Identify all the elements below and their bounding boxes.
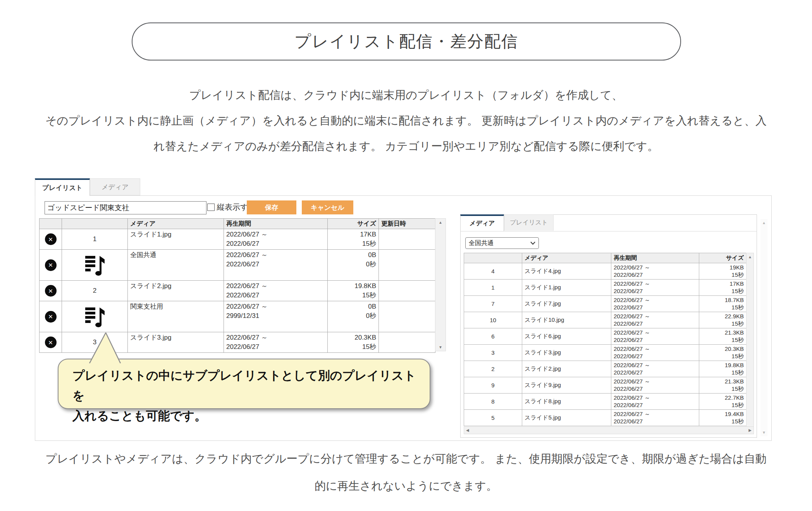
row-order: 3 [464,345,522,361]
media-name: スライド2.jpg [128,281,224,301]
scroll-right-arrow-icon[interactable]: ▶ [748,428,752,432]
table-row[interactable]: ✕ 1 スライド1.jpg 2022/06/27 ～ 2022/06/27 17… [40,229,435,250]
playlist-icon [62,301,128,332]
row-order: 1 [464,280,522,296]
callout-text: プレイリストの中にサブプレイリストとして別のプレイリストを [72,366,418,406]
size-cell: 19KB 15秒 [699,263,747,280]
tab-media[interactable]: メディア [460,214,504,231]
play-period: 2022/06/27 ～ 2022/06/27 [611,280,699,296]
col-media: メディア [522,253,611,263]
media-name: スライド8.jpg [522,394,611,410]
media-table-hscrollbar[interactable]: ◀ ▶ [464,426,754,434]
play-period: 2022/06/27 ～ 2022/06/27 [611,410,699,426]
left-tabbar: プレイリスト メディア [35,178,140,195]
col-size: サイズ [699,253,747,263]
row-order: 6 [464,328,522,345]
table-row[interactable]: ✕ 2 スライド2.jpg 2022/06/27 ～ 2022/06/27 19… [40,281,435,301]
group-select[interactable]: 全国共通 [465,237,539,249]
playlist-name-input[interactable] [45,201,206,214]
tab-playlist[interactable]: プレイリスト [35,178,90,196]
delete-row-button[interactable]: ✕ [45,311,57,323]
circle-x-icon: ✕ [48,237,53,242]
table-row[interactable]: ✕ 関東支社用 2022/06/27 ～ 2999/12/31 [40,301,435,332]
play-period: 2022/06/27 ～ 2022/06/27 [611,361,699,377]
widget-scrollbar[interactable]: ▲ ▼ [760,219,767,436]
updated-cell [379,301,435,332]
scroll-up-arrow-icon[interactable]: ▲ [435,220,446,224]
play-period: 2022/06/27 ～ 2022/06/27 [611,377,699,394]
playlist-table-scrollbar[interactable]: ▲ ▼ [435,218,446,351]
media-name: スライド4.jpg [522,263,611,280]
media-name: スライド7.jpg [522,296,611,312]
media-name: スライド6.jpg [522,328,611,345]
tab-media[interactable]: メディア [90,178,140,195]
table-row[interactable]: 7 スライド7.jpg 2022/06/27 ～ 2022/06/27 18.7… [464,296,747,312]
table-row[interactable]: 2 スライド2.jpg 2022/06/27 ～ 2022/06/27 19.8… [464,361,747,377]
size-cell: 20.3KB 15秒 [328,332,379,353]
tab-playlist[interactable]: プレイリスト [504,214,554,231]
right-tabbar: メディア プレイリスト [460,214,757,231]
delete-row-button[interactable]: ✕ [45,259,57,271]
delete-row-button[interactable]: ✕ [45,233,57,245]
table-row[interactable]: 1 スライド1.jpg 2022/06/27 ～ 2022/06/27 17KB… [464,280,747,296]
size-cell: 19.4KB 15秒 [699,410,747,426]
tab-label: メディア [102,183,129,192]
play-period: 2022/06/27 ～ 2022/06/27 [224,229,328,250]
table-row[interactable]: ✕ 全国共通 2022/06/27 ～ 2022/06/27 [40,250,435,281]
media-name: スライド3.jpg [128,332,224,353]
tab-label: プレイリスト [510,219,548,227]
group-select-value: 全国共通 [469,239,530,247]
media-name: スライド5.jpg [522,410,611,426]
play-period: 2022/06/27 ～ 2022/06/27 [611,312,699,328]
footer-paragraph: プレイリストやメディアは、クラウド内でグループに分けて管理することが可能です。 … [15,445,797,499]
intro-line: れ替えたメディアのみが差分配信されます。 カテゴリー別やエリア別など配信する際に… [15,133,797,159]
table-row[interactable]: 4 スライド4.jpg 2022/06/27 ～ 2022/06/27 19KB… [464,263,747,280]
table-header-row: メディア 再生期間 サイズ 更新日時 [40,219,435,229]
play-period: 2022/06/27 ～ 2022/06/27 [611,345,699,361]
scroll-up-arrow-icon[interactable]: ▲ [747,255,754,259]
table-row[interactable]: 9 スライド9.jpg 2022/06/27 ～ 2022/06/27 21.3… [464,377,747,394]
chevron-down-icon [530,242,535,245]
media-table-scrollbar[interactable]: ▲ ▼ [746,253,754,433]
size-cell: 20.3KB 15秒 [699,345,747,361]
media-name: スライド10.jpg [522,312,611,328]
updated-cell [379,332,435,353]
play-period: 2022/06/27 ～ 2022/06/27 [224,250,328,281]
table-row[interactable]: 6 スライド6.jpg 2022/06/27 ～ 2022/06/27 21.3… [464,328,747,345]
cancel-button[interactable]: キャンセル [302,200,353,214]
page-title: プレイリスト配信・差分配信 [294,31,518,52]
col-period: 再生期間 [224,219,328,229]
row-order: 2 [62,281,128,301]
save-button[interactable]: 保存 [247,200,296,214]
size-cell: 17KB 15秒 [699,280,747,296]
widget-body: 縦表示する 保存 キャンセル メディア 再生期間 サイズ 更新日時 ✕ [35,195,772,441]
callout-tail [82,332,128,363]
callout-bubble: プレイリストの中にサブプレイリストとして別のプレイリストを 入れることも可能です… [58,359,430,409]
table-header-row: メディア 再生期間 サイズ [464,253,747,263]
scroll-down-arrow-icon[interactable]: ▼ [760,430,767,435]
scroll-up-arrow-icon[interactable]: ▲ [760,221,767,225]
play-period: 2022/06/27 ～ 2022/06/27 [224,281,328,301]
table-row[interactable]: 3 スライド3.jpg 2022/06/27 ～ 2022/06/27 20.3… [464,345,747,361]
size-cell: 19.8KB 15秒 [328,281,379,301]
tab-label: メディア [470,219,495,228]
row-order: 1 [62,229,128,250]
scroll-down-arrow-icon[interactable]: ▼ [435,345,446,349]
size-cell: 17KB 15秒 [328,229,379,250]
vertical-display-checkbox[interactable] [207,204,215,211]
delete-row-button[interactable]: ✕ [45,285,57,297]
row-order: 5 [464,410,522,426]
table-row[interactable]: 10 スライド10.jpg 2022/06/27 ～ 2022/06/27 22… [464,312,747,328]
updated-cell [379,250,435,281]
size-cell: 19.8KB 15秒 [699,361,747,377]
col-size: サイズ [328,219,379,229]
scroll-left-arrow-icon[interactable]: ◀ [466,428,469,432]
play-period: 2022/06/27 ～ 2022/06/27 [611,296,699,312]
table-row[interactable]: 5 スライド5.jpg 2022/06/27 ～ 2022/06/27 19.4… [464,410,747,426]
table-row[interactable]: 8 スライド8.jpg 2022/06/27 ～ 2022/06/27 22.7… [464,394,747,410]
size-cell: 22.7KB 15秒 [699,394,747,410]
footer-line: 的に再生されないようにできます。 [15,472,797,499]
delete-row-button[interactable]: ✕ [45,337,57,348]
row-order: 9 [464,377,522,394]
row-order: 4 [464,263,522,280]
